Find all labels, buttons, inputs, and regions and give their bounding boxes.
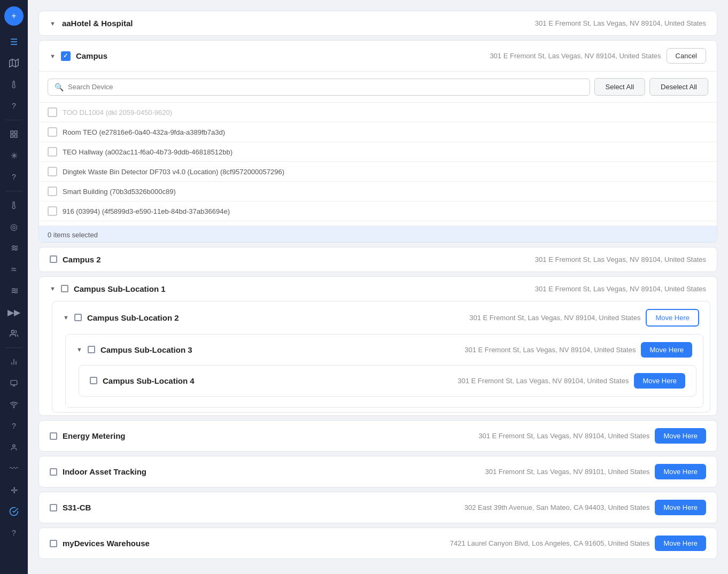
subloc1-name: Campus Sub-Location 1 xyxy=(74,284,530,293)
campus-header: ▼ Campus 301 E Fremont St, Las Vegas, NV… xyxy=(39,41,717,72)
search-input[interactable] xyxy=(68,83,583,91)
menu-icon[interactable]: ☰ xyxy=(4,32,24,51)
s31-row: S31-CB 302 East 39th Avenue, San Mateo, … xyxy=(38,492,717,523)
svg-rect-4 xyxy=(14,131,17,134)
subloc1-checkbox[interactable] xyxy=(61,285,68,292)
signal-icon[interactable] xyxy=(4,395,24,414)
svg-point-15 xyxy=(13,445,16,447)
device-item: TOO DL1004 (dkl 2059-0450-9620) xyxy=(39,103,717,122)
help-icon[interactable]: ? xyxy=(4,96,24,115)
asterisk-icon[interactable]: ✳ xyxy=(4,146,24,165)
device-name: 916 (03994) (4f5899d3-e590-11eb-84bd-37a… xyxy=(63,207,230,215)
s31-checkbox[interactable] xyxy=(50,504,57,511)
indoor-address: 301 Fremont St, Las Vegas, NV 89101, Uni… xyxy=(485,468,650,476)
dashboard-icon[interactable] xyxy=(4,125,24,144)
map-icon[interactable] xyxy=(4,53,24,73)
people-icon[interactable] xyxy=(4,324,24,343)
select-all-button[interactable]: Select All xyxy=(594,78,645,96)
svg-marker-0 xyxy=(10,59,19,67)
energy-row: Energy Metering 301 E Fremont St, Las Ve… xyxy=(38,420,717,452)
subloc2-name: Campus Sub-Location 2 xyxy=(87,313,464,322)
add-icon[interactable]: + xyxy=(4,6,24,26)
temp2-icon[interactable] xyxy=(4,196,24,215)
subloc4-move-here-button[interactable]: Move Here xyxy=(634,373,685,389)
subloc1-header: ▼ Campus Sub-Location 1 301 E Fremont St… xyxy=(39,277,717,301)
monitor-icon[interactable] xyxy=(4,374,24,393)
device-checkbox[interactable] xyxy=(48,107,57,117)
subloc4-checkbox[interactable] xyxy=(90,377,97,384)
mydevices-move-here-button[interactable]: Move Here xyxy=(655,536,706,551)
campus2-address: 301 E Fremont St, Las Vegas, NV 89104, U… xyxy=(535,255,706,263)
campus-name: Campus xyxy=(76,51,485,60)
campus2-name: Campus 2 xyxy=(63,255,530,264)
items-selected-bar: 0 items selected xyxy=(39,226,717,243)
campus-checkbox[interactable] xyxy=(61,51,71,61)
chart-icon[interactable] xyxy=(4,352,24,371)
svg-rect-6 xyxy=(14,135,17,137)
device-checkbox[interactable] xyxy=(48,206,57,216)
org-row: ▼ aaHotel & Hospital 301 E Fremont St, L… xyxy=(38,11,717,36)
subloc3-move-here-button[interactable]: Move Here xyxy=(641,342,692,358)
subloc1-chevron[interactable]: ▼ xyxy=(50,285,56,292)
help4-icon[interactable]: ? xyxy=(4,523,24,542)
svg-rect-3 xyxy=(11,131,13,134)
device-checkbox[interactable] xyxy=(48,167,57,176)
campus-address: 301 E Fremont St, Las Vegas, NV 89104, U… xyxy=(490,52,661,60)
campus2-checkbox[interactable] xyxy=(50,255,57,263)
help3-icon[interactable]: ? xyxy=(4,416,24,436)
subloc3-checkbox[interactable] xyxy=(88,346,95,353)
subloc4-row: Campus Sub-Location 4 301 E Fremont St, … xyxy=(79,365,696,397)
device-checkbox[interactable] xyxy=(48,147,57,157)
target-icon[interactable]: ◎ xyxy=(4,217,24,236)
deselect-all-button[interactable]: Deselect All xyxy=(649,78,708,96)
campus-chevron[interactable]: ▼ xyxy=(50,53,56,59)
org-chevron[interactable]: ▼ xyxy=(50,20,56,27)
indoor-checkbox[interactable] xyxy=(50,468,57,476)
sidebar: + ☰ ? ✳ ? ◎ ≋ ≈ ≋ ▶▶ ? 〰 ✛ ? xyxy=(0,0,28,574)
device-checkbox[interactable] xyxy=(48,127,57,137)
cancel-button[interactable]: Cancel xyxy=(667,48,706,64)
forward-icon[interactable]: ▶▶ xyxy=(4,302,24,322)
mydevices-row: myDevices Warehouse 7421 Laurel Canyon B… xyxy=(38,528,717,559)
device-name: TOO DL1004 (dkl 2059-0450-9620) xyxy=(63,108,172,117)
thermometer-icon[interactable] xyxy=(4,75,24,94)
indoor-move-here-button[interactable]: Move Here xyxy=(655,464,706,479)
device-checkbox[interactable] xyxy=(48,187,57,196)
subloc3-header: ▼ Campus Sub-Location 3 301 E Fremont St… xyxy=(66,335,703,365)
subloc3-chevron[interactable]: ▼ xyxy=(76,346,82,353)
subloc2-checkbox[interactable] xyxy=(74,314,82,321)
subloc2-move-here-button[interactable]: Move Here xyxy=(646,309,699,327)
energy-move-here-button[interactable]: Move Here xyxy=(655,428,706,444)
org-name: aaHotel & Hospital xyxy=(62,19,529,28)
subloc2-container: ▼ Campus Sub-Location 2 301 E Fremont St… xyxy=(52,301,710,413)
mydevices-address: 7421 Laurel Canyon Blvd, Los Angeles, CA… xyxy=(450,539,650,547)
campus-container: ▼ Campus 301 E Fremont St, Las Vegas, NV… xyxy=(38,40,717,243)
subloc4-address: 301 E Fremont St, Las Vegas, NV 89104, U… xyxy=(458,377,629,385)
device-list: TOO DL1004 (dkl 2059-0450-9620) Room TEO… xyxy=(39,103,717,226)
device-item: TEO Hallway (a002ac11-f6a0-4b73-9ddb-468… xyxy=(39,142,717,162)
svg-rect-11 xyxy=(11,381,17,385)
mydevices-checkbox[interactable] xyxy=(50,540,57,547)
person-icon[interactable] xyxy=(4,438,24,457)
wind2-icon[interactable]: ≈ xyxy=(4,260,24,279)
search-icon: 🔍 xyxy=(55,83,64,91)
wave-icon[interactable]: 〰 xyxy=(4,459,24,478)
campus2-row: Campus 2 301 E Fremont St, Las Vegas, NV… xyxy=(38,247,717,272)
help2-icon[interactable]: ? xyxy=(4,167,24,187)
plus-settings-icon[interactable]: ✛ xyxy=(4,480,24,500)
device-name: Dingtek Waste Bin Detector DF703 v4.0 (L… xyxy=(63,168,284,176)
s31-move-here-button[interactable]: Move Here xyxy=(655,500,706,515)
subloc3-address: 301 E Fremont St, Las Vegas, NV 89104, U… xyxy=(464,346,636,354)
org-address: 301 E Fremont St, Las Vegas, NV 89104, U… xyxy=(535,19,706,27)
s31-address: 302 East 39th Avenue, San Mateo, CA 9440… xyxy=(464,503,650,511)
main-content: ▼ aaHotel & Hospital 301 E Fremont St, L… xyxy=(28,0,728,574)
wind-icon[interactable]: ≋ xyxy=(4,238,24,258)
device-item: Smart Building (70b3d5326b000c89) xyxy=(39,182,717,201)
device-item: 916 (03994) (4f5899d3-e590-11eb-84bd-37a… xyxy=(39,201,717,221)
device-item: Housekeeping (HKC32) (5ff6278c-7077-11ed… xyxy=(39,221,717,226)
wind3-icon[interactable]: ≋ xyxy=(4,281,24,300)
subloc2-chevron[interactable]: ▼ xyxy=(63,314,69,321)
check-icon[interactable] xyxy=(4,502,24,521)
energy-checkbox[interactable] xyxy=(50,432,57,440)
energy-address: 301 E Fremont St, Las Vegas, NV 89104, U… xyxy=(478,432,649,440)
